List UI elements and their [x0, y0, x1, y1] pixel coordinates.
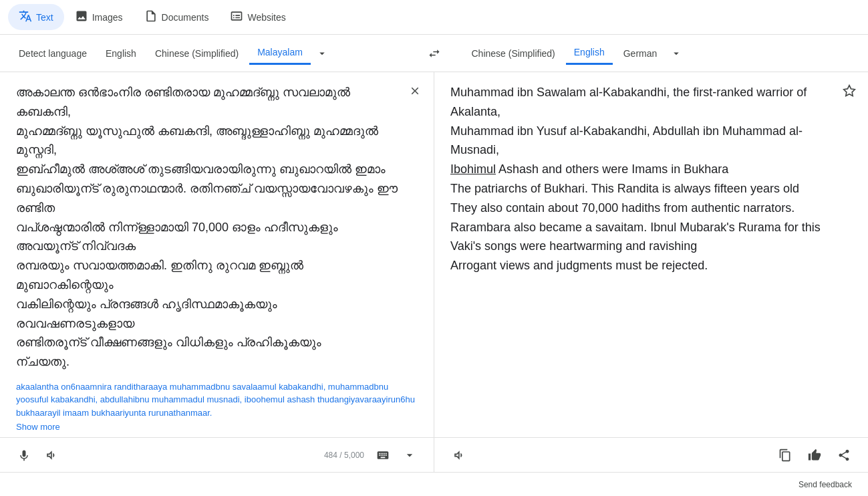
svg-marker-0 [844, 86, 855, 96]
transliteration-text: akaalantha on6naamnira randitharaaya muh… [0, 375, 434, 422]
source-textarea[interactable]: അകാലന്ത ഒൻഭാംനിര രണ്ടിതരായ മുഹമ്മദ്ബ്നു … [0, 72, 434, 375]
save-translation-btn[interactable] [839, 80, 860, 102]
show-more-link[interactable]: Show more [0, 422, 434, 437]
clear-source-btn[interactable] [404, 80, 426, 102]
source-more-btn[interactable] [396, 442, 423, 469]
detect-lang-btn[interactable]: Detect language [11, 43, 95, 64]
copy-translation-btn[interactable] [772, 442, 799, 469]
main-content: അകാലന്ത ഒൻഭാംനിര രണ്ടിതരായ മുഹമ്മദ്ബ്നു … [0, 72, 868, 472]
image-icon [75, 9, 88, 25]
website-icon [230, 9, 243, 25]
target-lang-bar: Chinese (Simplified) English German [453, 41, 869, 65]
swap-languages-btn[interactable] [421, 40, 448, 67]
tab-text[interactable]: Text [8, 4, 64, 30]
target-chinese-btn[interactable]: Chinese (Simplified) [464, 43, 563, 64]
target-english-btn[interactable]: English [566, 41, 613, 65]
tab-images-label: Images [92, 12, 123, 23]
tab-documents[interactable]: Documents [134, 4, 220, 30]
source-chinese-btn[interactable]: Chinese (Simplified) [147, 43, 247, 64]
send-feedback-link[interactable]: Send feedback [799, 480, 852, 489]
language-bar: Detect language English Chinese (Simplif… [0, 35, 868, 72]
source-lang-more-btn[interactable] [313, 45, 331, 62]
thumbs-up-btn[interactable] [801, 442, 828, 469]
document-icon [144, 9, 158, 25]
char-count: 484 / 5,000 [324, 451, 364, 460]
target-lang-more-btn[interactable] [668, 45, 685, 62]
source-malayalam-btn[interactable]: Malayalam [249, 41, 311, 65]
source-panel-bottom: 484 / 5,000 [0, 437, 434, 472]
share-btn[interactable] [831, 442, 857, 469]
source-english-btn[interactable]: English [98, 43, 144, 64]
tab-websites-label: Websites [247, 12, 285, 23]
source-audio-btn[interactable] [37, 442, 64, 469]
translate-icon [19, 9, 32, 25]
target-german-btn[interactable]: German [615, 43, 666, 64]
target-panel-bottom [434, 437, 868, 472]
tab-text-label: Text [36, 12, 53, 23]
source-lang-bar: Detect language English Chinese (Simplif… [0, 41, 416, 65]
target-audio-btn[interactable] [445, 442, 472, 469]
top-nav: Text Images Documents Websites [0, 0, 868, 35]
right-bottom-icons [772, 442, 857, 469]
footer: Send feedback [0, 472, 868, 496]
source-speak-btn[interactable] [11, 442, 37, 469]
translated-text: Muhammad ibn Sawalam al-Kabakandhi, the … [434, 72, 868, 437]
tab-images[interactable]: Images [64, 4, 134, 30]
swap-btn-container [416, 40, 453, 67]
source-keyboard-btn[interactable] [370, 442, 396, 469]
tab-websites[interactable]: Websites [219, 4, 296, 30]
tab-documents-label: Documents [162, 12, 209, 23]
translated-content: Muhammad ibn Sawalam al-Kabakandhi, the … [450, 83, 836, 275]
target-panel: Muhammad ibn Sawalam al-Kabakandhi, the … [434, 72, 868, 472]
source-panel: അകാലന്ത ഒൻഭാംനിര രണ്ടിതരായ മുഹമ്മദ്ബ്നു … [0, 72, 434, 472]
